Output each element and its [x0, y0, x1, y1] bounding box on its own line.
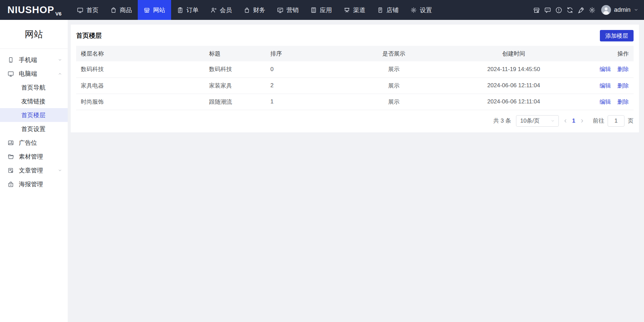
column-header: 是否展示 [332, 46, 455, 61]
delete-link[interactable]: 删除 [617, 66, 629, 72]
sidebar-item-label: 手机端 [19, 56, 37, 64]
logo-version: V6 [55, 11, 61, 17]
warning-icon[interactable] [555, 6, 562, 14]
card-header: 首页楼层 添加楼层 [71, 25, 639, 46]
cell-sort: 1 [266, 94, 333, 110]
rocket-icon[interactable] [577, 6, 585, 14]
topnav-label: 财务 [253, 6, 265, 14]
sidebar-subitem-2[interactable]: 友情链接 [0, 94, 68, 108]
topnav-item-8[interactable]: 应用 [304, 0, 338, 20]
member-icon [210, 7, 217, 13]
page-size-select[interactable]: 10条/页 [516, 115, 559, 127]
page-title: 首页楼层 [76, 31, 102, 40]
column-header: 创建时间 [455, 46, 572, 61]
storefront-icon[interactable] [533, 6, 540, 14]
column-header: 操作 [572, 46, 634, 61]
topnav-item-3[interactable]: 网站 [138, 0, 171, 20]
sidebar-item-label: 电脑端 [19, 70, 37, 78]
next-page-button[interactable] [579, 118, 585, 124]
sidebar-subitem-1[interactable]: 首页导航 [0, 80, 68, 94]
sidebar-item-1[interactable]: 手机端 [0, 53, 68, 67]
topnav-item-1[interactable]: 首页 [71, 0, 104, 20]
finance-icon [244, 7, 250, 13]
website-icon [143, 7, 150, 13]
material-icon [7, 153, 14, 160]
gear-icon[interactable] [588, 6, 596, 14]
goto-page-input[interactable] [608, 115, 624, 127]
floors-table: 楼层名称标题排序是否展示创建时间操作 数码科技数码科技0展示2024-11-19… [76, 46, 634, 110]
sidebar: 网站 手机端电脑端首页导航友情链接首页楼层首页设置广告位素材管理文章管理海报管理 [0, 20, 68, 322]
topnav-item-6[interactable]: 财务 [238, 0, 271, 20]
prev-page-button[interactable] [563, 118, 568, 124]
sidebar-item-6[interactable]: 海报管理 [0, 177, 68, 191]
topnav-label: 订单 [187, 6, 199, 14]
cell-floor-name: 时尚服饰 [76, 94, 204, 110]
delete-link[interactable]: 删除 [617, 83, 629, 89]
sidebar-subitem-4[interactable]: 首页设置 [0, 122, 68, 136]
user-menu[interactable]: admin [601, 5, 639, 15]
delete-link[interactable]: 删除 [617, 99, 629, 105]
sidebar-item-label: 素材管理 [19, 153, 43, 161]
sidebar-item-3[interactable]: 广告位 [0, 136, 68, 150]
sidebar-item-label: 海报管理 [19, 180, 43, 188]
cell-title: 数码科技 [204, 61, 266, 77]
cell-created-time: 2024-06-06 12:11:04 [455, 77, 572, 94]
sidebar-item-label: 文章管理 [19, 166, 43, 174]
table-row: 数码科技数码科技0展示2024-11-19 14:45:50编辑删除 [76, 61, 634, 77]
cell-created-time: 2024-11-19 14:45:50 [455, 61, 572, 77]
user-name: admin [614, 6, 631, 13]
order-icon [177, 7, 184, 13]
column-header: 楼层名称 [76, 46, 204, 61]
topnav-label: 网站 [153, 6, 165, 14]
cell-title: 跟随潮流 [204, 94, 266, 110]
topnav-item-11[interactable]: 设置 [405, 0, 438, 20]
sidebar-title: 网站 [0, 20, 68, 49]
column-header: 排序 [266, 46, 333, 61]
topbar-icon-group [533, 6, 596, 14]
sidebar-item-5[interactable]: 文章管理 [0, 163, 68, 177]
sidebar-item-2[interactable]: 电脑端 [0, 67, 68, 80]
topnav-item-7[interactable]: 营销 [271, 0, 304, 20]
sidebar-subitem-label: 首页导航 [21, 84, 45, 92]
edit-link[interactable]: 编辑 [600, 99, 611, 105]
cell-visible: 展示 [332, 77, 455, 94]
sidebar-subitem-label: 友情链接 [21, 97, 45, 105]
topbar: NIUSHOP V6 首页商品网站订单会员财务营销应用渠道店铺设置 admin [0, 0, 644, 20]
edit-link[interactable]: 编辑 [600, 83, 611, 89]
sidebar-menu: 手机端电脑端首页导航友情链接首页楼层首页设置广告位素材管理文章管理海报管理 [0, 49, 68, 191]
app-logo[interactable]: NIUSHOP V6 [0, 0, 71, 20]
topnav-label: 商品 [120, 6, 132, 14]
topnav-item-5[interactable]: 会员 [204, 0, 238, 20]
sidebar-subitem-label: 首页设置 [21, 125, 45, 133]
topnav-item-4[interactable]: 订单 [171, 0, 204, 20]
article-icon [7, 167, 14, 174]
main-layout: 网站 手机端电脑端首页导航友情链接首页楼层首页设置广告位素材管理文章管理海报管理… [0, 20, 644, 322]
logo-text: NIUSHOP [7, 4, 54, 15]
table-row: 家具电器家装家具2展示2024-06-06 12:11:04编辑删除 [76, 77, 634, 94]
chevron-down-icon [550, 119, 555, 123]
cell-created-time: 2024-06-06 12:11:04 [455, 94, 572, 110]
refresh-icon[interactable] [566, 6, 574, 14]
topnav-label: 渠道 [353, 6, 365, 14]
topnav-item-10[interactable]: 店铺 [371, 0, 405, 20]
poster-icon [7, 181, 14, 188]
page-size-value: 10条/页 [520, 117, 540, 125]
topnav-item-9[interactable]: 渠道 [338, 0, 371, 20]
sidebar-subitem-3[interactable]: 首页楼层 [0, 108, 68, 122]
content-card: 首页楼层 添加楼层 楼层名称标题排序是否展示创建时间操作 数码科技数码科技0展示… [71, 25, 639, 132]
sidebar-item-4[interactable]: 素材管理 [0, 150, 68, 163]
content-area: 首页楼层 添加楼层 楼层名称标题排序是否展示创建时间操作 数码科技数码科技0展示… [68, 20, 644, 322]
message-icon[interactable] [544, 6, 551, 14]
chevron-down-icon [58, 168, 62, 173]
edit-link[interactable]: 编辑 [600, 66, 611, 72]
current-page-number[interactable]: 1 [572, 118, 575, 124]
add-floor-button[interactable]: 添加楼层 [600, 30, 634, 41]
apps-icon [310, 7, 317, 13]
settings-icon [410, 7, 417, 13]
table-header-row: 楼层名称标题排序是否展示创建时间操作 [76, 46, 634, 61]
cell-sort: 0 [266, 61, 333, 77]
topnav-item-2[interactable]: 商品 [104, 0, 138, 20]
channel-icon [344, 7, 350, 13]
topnav-label: 应用 [320, 6, 332, 14]
cell-title: 家装家具 [204, 77, 266, 94]
